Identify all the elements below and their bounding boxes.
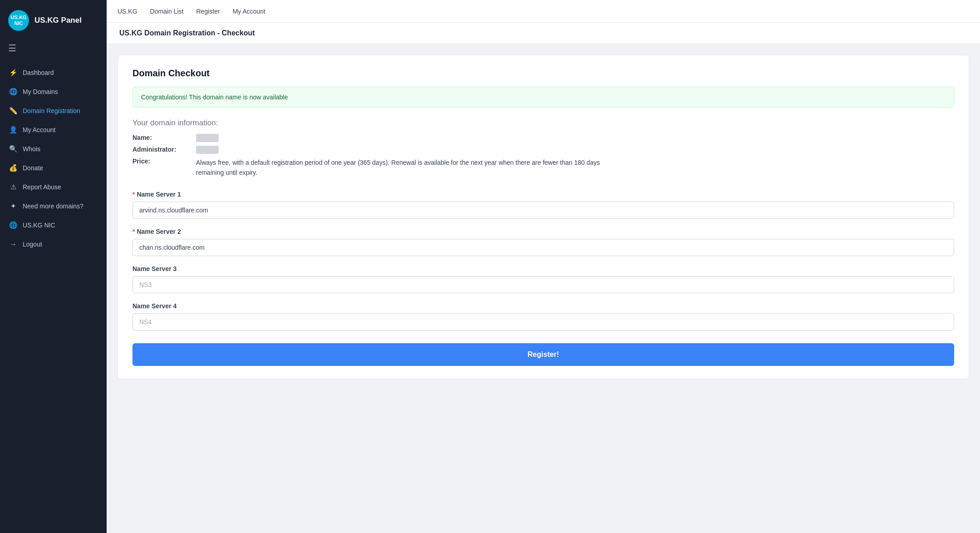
ns4-group: Name Server 4 bbox=[132, 302, 954, 331]
sidebar-item-label: US.KG NIC bbox=[23, 222, 55, 229]
admin-label: Administrator: bbox=[132, 146, 196, 153]
ns1-required-star: * bbox=[132, 191, 135, 198]
ns3-label: Name Server 3 bbox=[132, 265, 954, 272]
donate-icon: 💰 bbox=[9, 164, 17, 172]
admin-value-placeholder bbox=[196, 146, 219, 154]
sidebar-item-dashboard[interactable]: ⚡ Dashboard bbox=[0, 64, 107, 82]
ns1-input[interactable] bbox=[132, 202, 954, 219]
need-more-domains-icon: ✦ bbox=[9, 202, 17, 210]
topbar-link-domain-list[interactable]: Domain List bbox=[150, 8, 184, 15]
sidebar-item-us-kg-nic[interactable]: 🌐 US.KG NIC bbox=[0, 216, 107, 234]
name-row: Name: bbox=[132, 134, 954, 142]
sidebar-item-whois[interactable]: 🔍 Whois bbox=[0, 140, 107, 158]
ns3-input[interactable] bbox=[132, 276, 954, 293]
topbar-link-us-kg[interactable]: US.KG bbox=[118, 8, 137, 15]
price-value: Always free, with a default registration… bbox=[196, 158, 604, 178]
page-header: US.KG Domain Registration - Checkout bbox=[107, 23, 980, 44]
my-account-icon: 👤 bbox=[9, 126, 17, 134]
name-value-placeholder bbox=[196, 134, 219, 142]
ns4-label: Name Server 4 bbox=[132, 302, 954, 310]
domain-info-title: Your domain information: bbox=[132, 118, 954, 128]
sidebar-item-label: Logout bbox=[23, 241, 42, 248]
sidebar-item-label: Domain Registration bbox=[23, 107, 80, 114]
ns2-input[interactable] bbox=[132, 239, 954, 256]
price-row: Price: Always free, with a default regis… bbox=[132, 158, 954, 178]
sidebar-item-logout[interactable]: → Logout bbox=[0, 235, 107, 253]
sidebar-item-my-domains[interactable]: 🌐 My Domains bbox=[0, 83, 107, 101]
success-alert: Congratulations! This domain name is now… bbox=[132, 87, 954, 108]
sidebar-logo-area: US.KG NIC US.KG Panel bbox=[0, 0, 107, 39]
sidebar-item-label: Need more domains? bbox=[23, 202, 83, 210]
sidebar-item-donate[interactable]: 💰 Donate bbox=[0, 159, 107, 177]
admin-row: Administrator: bbox=[132, 146, 954, 154]
sidebar-item-label: Report Abuse bbox=[23, 183, 61, 191]
sidebar-item-report-abuse[interactable]: ⚠ Report Abuse bbox=[0, 178, 107, 196]
sidebar-title: US.KG Panel bbox=[34, 16, 82, 25]
register-button[interactable]: Register! bbox=[132, 343, 954, 366]
name-label: Name: bbox=[132, 134, 196, 141]
sidebar-item-label: Dashboard bbox=[23, 69, 54, 76]
logout-icon: → bbox=[9, 240, 17, 248]
price-label: Price: bbox=[132, 158, 196, 165]
sidebar-item-need-more-domains[interactable]: ✦ Need more domains? bbox=[0, 197, 107, 215]
content-area: Domain Checkout Congratulations! This do… bbox=[107, 44, 980, 533]
ns1-group: * Name Server 1 bbox=[132, 191, 954, 219]
sidebar-item-label: My Account bbox=[23, 126, 55, 133]
page-title: US.KG Domain Registration - Checkout bbox=[119, 29, 255, 37]
whois-icon: 🔍 bbox=[9, 145, 17, 153]
domain-registration-icon: ✏️ bbox=[9, 107, 17, 115]
topbar: US.KG Domain List Register My Account bbox=[107, 0, 980, 23]
checkout-card: Domain Checkout Congratulations! This do… bbox=[118, 55, 969, 379]
ns2-required-star: * bbox=[132, 228, 135, 235]
us-kg-nic-icon: 🌐 bbox=[9, 221, 17, 229]
ns1-label: * Name Server 1 bbox=[132, 191, 954, 198]
sidebar-item-domain-registration[interactable]: ✏️ Domain Registration bbox=[0, 102, 107, 120]
report-abuse-icon: ⚠ bbox=[9, 183, 17, 191]
sidebar-item-my-account[interactable]: 👤 My Account bbox=[0, 121, 107, 139]
my-domains-icon: 🌐 bbox=[9, 88, 17, 96]
card-title: Domain Checkout bbox=[132, 68, 954, 79]
domain-info-section: Your domain information: Name: Administr… bbox=[132, 118, 954, 178]
dashboard-icon: ⚡ bbox=[9, 69, 17, 77]
ns2-label: * Name Server 2 bbox=[132, 228, 954, 235]
ns2-group: * Name Server 2 bbox=[132, 228, 954, 256]
sidebar-item-label: Whois bbox=[23, 145, 40, 153]
topbar-link-my-account[interactable]: My Account bbox=[233, 8, 265, 15]
ns4-input[interactable] bbox=[132, 313, 954, 331]
sidebar-nav: ⚡ Dashboard 🌐 My Domains ✏️ Domain Regis… bbox=[0, 62, 107, 255]
sidebar-item-label: Donate bbox=[23, 164, 43, 172]
topbar-link-register[interactable]: Register bbox=[196, 8, 220, 15]
sidebar-item-label: My Domains bbox=[23, 88, 58, 95]
sidebar: US.KG NIC US.KG Panel ☰ ⚡ Dashboard 🌐 My… bbox=[0, 0, 107, 533]
hamburger-menu[interactable]: ☰ bbox=[0, 39, 107, 62]
main-area: US.KG Domain List Register My Account US… bbox=[107, 0, 980, 533]
logo-icon: US.KG NIC bbox=[8, 10, 29, 31]
ns3-group: Name Server 3 bbox=[132, 265, 954, 293]
